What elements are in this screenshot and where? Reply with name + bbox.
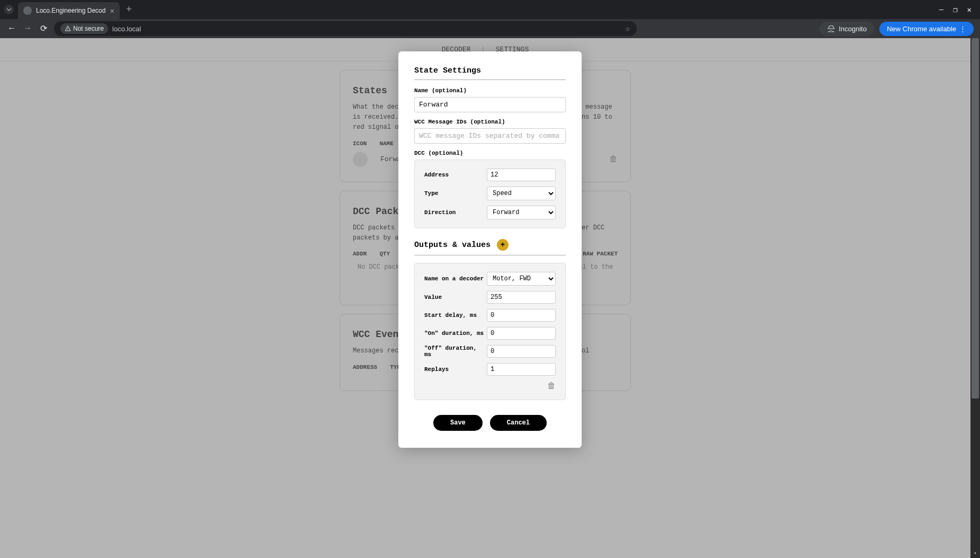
value-input[interactable] [487,291,556,304]
cancel-button[interactable]: Cancel [490,415,547,431]
browser-toolbar: ← → ⟳ Not secure loco.local ☆ Incognito … [0,19,980,38]
th-name: NAME [379,140,393,147]
scrollbar-thumb[interactable] [972,38,979,398]
address-label: Address [424,172,487,178]
scroll-down-arrow[interactable]: ▾ [970,550,980,558]
add-output-button[interactable]: + [497,239,509,251]
save-button[interactable]: Save [433,415,483,431]
wcc-input[interactable] [414,128,566,144]
th-raw: RAW PACKET [583,251,618,257]
browser-tab[interactable]: Loco.Engineering Decod ✕ [18,2,120,19]
state-icon [353,152,368,167]
warning-icon [65,25,71,32]
replays-label: Replays [424,366,487,373]
tab-close-button[interactable]: ✕ [110,6,114,15]
tab-search-button[interactable] [4,5,14,14]
type-label: Type [424,190,487,197]
decoder-name-label: Name on a decoder [424,276,487,282]
address-bar[interactable]: Not secure loco.local ☆ [54,21,637,36]
trash-icon[interactable]: 🗑 [609,154,618,164]
delete-output-icon[interactable]: 🗑 [547,381,556,391]
new-tab-button[interactable]: + [126,4,132,15]
bookmark-icon[interactable]: ☆ [625,23,630,34]
th-qty: QTY [379,251,390,257]
reload-button[interactable]: ⟳ [38,23,49,34]
incognito-indicator[interactable]: Incognito [819,22,874,36]
vertical-scrollbar[interactable]: ▴ ▾ [970,38,980,558]
outputs-title: Outputs & values [414,241,491,250]
decoder-name-select[interactable]: Motor, FWD [487,272,556,286]
close-window-button[interactable]: ✕ [967,5,972,14]
th-icon: ICON [353,140,367,147]
off-duration-input[interactable] [487,345,556,358]
on-duration-label: "On" duration, ms [424,330,487,336]
name-label: Name (optional) [414,87,566,94]
security-indicator[interactable]: Not secure [60,23,108,34]
menu-dots-icon: ⋮ [959,25,966,33]
chrome-update-button[interactable]: New Chrome available ⋮ [879,22,974,36]
start-delay-input[interactable] [487,309,556,322]
output-box: Name on a decoder Motor, FWD Value Start… [414,263,566,400]
dcc-box: Address Type Speed Direction Forward [414,160,566,228]
incognito-icon [827,25,835,32]
value-label: Value [424,294,487,300]
th-address: ADDRESS [353,364,377,370]
forward-button[interactable]: → [22,24,33,33]
start-delay-label: Start delay, ms [424,312,487,318]
th-addr: ADDR [353,251,367,257]
on-duration-input[interactable] [487,327,556,340]
replays-input[interactable] [487,363,556,376]
back-button[interactable]: ← [6,24,17,33]
modal-title: State Settings [414,66,566,80]
address-input[interactable] [487,169,556,181]
tab-title: Loco.Engineering Decod [36,7,105,14]
type-select[interactable]: Speed [487,187,556,200]
direction-label: Direction [424,209,487,216]
svg-point-1 [68,30,68,30]
dcc-label: DCC (optional) [414,150,566,156]
name-input[interactable] [414,97,566,112]
url-text: loco.local [112,25,141,33]
state-settings-modal: State Settings Name (optional) WCC Messa… [398,51,582,448]
security-text: Not secure [73,25,104,32]
favicon [23,6,32,15]
wcc-label: WCC Message IDs (optional) [414,119,566,125]
off-duration-label: "Off" duration, ms [424,345,487,358]
direction-select[interactable]: Forward [487,206,556,219]
update-label: New Chrome available [887,25,956,33]
browser-tab-strip: Loco.Engineering Decod ✕ + — ❐ ✕ [0,0,980,19]
minimize-button[interactable]: — [939,5,943,14]
incognito-label: Incognito [839,25,867,33]
maximize-button[interactable]: ❐ [953,5,957,14]
window-controls: — ❐ ✕ [939,5,976,14]
